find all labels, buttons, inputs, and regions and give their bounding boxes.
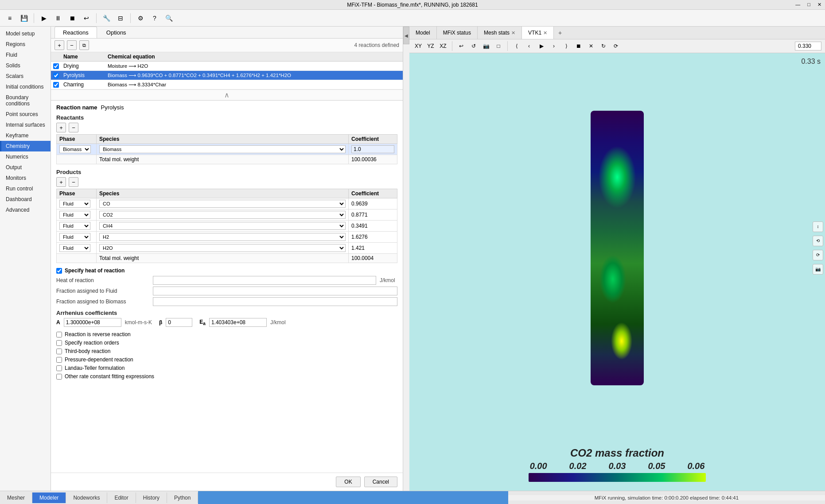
fraction-biomass-input[interactable]: 1.0 (153, 297, 397, 306)
vtk-close-btn[interactable]: ✕ (586, 41, 596, 51)
vtk-time-input[interactable] (795, 42, 821, 50)
tab-python[interactable]: Python (167, 492, 198, 503)
sidebar-item-output[interactable]: Output (0, 162, 51, 173)
product-phase-select-ch4[interactable]: Fluid (59, 222, 90, 230)
gear-button[interactable]: ⚙ (134, 12, 147, 24)
vtk-side-btn-1[interactable]: ↕ (813, 221, 823, 232)
ok-button[interactable]: OK (336, 477, 360, 487)
add-reaction-btn[interactable]: + (54, 40, 64, 50)
sidebar-item-initial-conditions[interactable]: Initial conditions (0, 81, 51, 92)
heat-of-reaction-checkbox[interactable] (56, 268, 62, 274)
remove-product-btn[interactable]: − (69, 177, 78, 187)
tab-nodeworks[interactable]: Nodeworks (66, 492, 107, 503)
minimize-btn[interactable]: — (794, 2, 802, 8)
sidebar-item-advanced[interactable]: Advanced (0, 205, 51, 215)
tab-vtk1[interactable]: VTK1 ✕ (522, 27, 554, 39)
other-rate-checkbox[interactable] (56, 374, 62, 380)
play-button[interactable]: ▶ (38, 12, 50, 24)
table-row[interactable]: Fluid CO2 0.8771 (57, 209, 397, 221)
drying-checkbox[interactable] (53, 63, 59, 69)
tab-editor[interactable]: Editor (107, 492, 136, 503)
pyrolysis-checkbox[interactable] (53, 73, 59, 78)
vtk-play-btn[interactable]: ▶ (536, 41, 547, 51)
vtk-xz-btn[interactable]: XZ (438, 41, 448, 51)
reactant-coeff-input[interactable] (351, 145, 394, 153)
remove-reaction-btn[interactable]: − (67, 40, 77, 50)
tab-modeler[interactable]: Modeler (32, 492, 66, 503)
beta-input[interactable] (166, 318, 192, 327)
search-button[interactable]: 🔍 (163, 12, 175, 24)
sliders-button[interactable]: ⊟ (114, 12, 127, 24)
product-species-select-h2o[interactable]: H2O (99, 244, 346, 252)
A-input[interactable] (64, 318, 121, 327)
vtk-last-btn[interactable]: ⟩ (561, 41, 572, 51)
sidebar-item-solids[interactable]: Solids (0, 60, 51, 71)
rewind-button[interactable]: ↩ (80, 12, 93, 24)
sidebar-item-fluid[interactable]: Fluid (0, 50, 51, 60)
tab-history[interactable]: History (136, 492, 167, 503)
stop-button[interactable]: ⏹ (66, 12, 78, 24)
menu-button[interactable]: ≡ (4, 12, 16, 24)
tab-reactions[interactable]: Reactions (54, 27, 97, 38)
reactant-phase-select[interactable]: Biomass Fluid (59, 145, 91, 153)
reverse-reaction-checkbox[interactable] (56, 332, 62, 337)
thirdbody-checkbox[interactable] (56, 349, 62, 354)
drying-check[interactable] (51, 63, 61, 69)
pressure-dep-checkbox[interactable] (56, 357, 62, 363)
product-phase-select-co[interactable]: Fluid (59, 200, 90, 208)
vtk-next-btn[interactable]: › (549, 41, 559, 51)
vtk-reload-btn[interactable]: ⟳ (611, 41, 621, 51)
vtk-xy-btn[interactable]: XY (413, 41, 424, 51)
sidebar-item-keyframe[interactable]: Keyframe (0, 130, 51, 141)
reactant-species-select[interactable]: Biomass (99, 145, 346, 153)
vtk-refresh-btn[interactable]: ↻ (598, 41, 609, 51)
close-mesh-stats-icon[interactable]: ✕ (511, 30, 515, 36)
pause-button[interactable]: ⏸ (52, 12, 64, 24)
vtk-fullscreen-btn[interactable]: □ (493, 41, 504, 51)
product-species-select-co2[interactable]: CO2 (99, 211, 346, 219)
tab-mesher[interactable]: Mesher (0, 492, 32, 503)
vtk-first-btn[interactable]: ⟨ (511, 41, 522, 51)
sidebar-item-scalars[interactable]: Scalars (0, 71, 51, 81)
sidebar-item-chemistry[interactable]: Chemistry (0, 141, 51, 151)
sidebar-item-point-sources[interactable]: Point sources (0, 109, 51, 120)
vtk-stop-anim-btn[interactable]: ⏹ (573, 41, 584, 51)
tab-model[interactable]: Model (409, 27, 437, 39)
add-product-btn[interactable]: + (56, 177, 66, 187)
vtk-yz-btn[interactable]: YZ (425, 41, 436, 51)
sidebar-item-internal-surfaces[interactable]: Internal surfaces (0, 120, 51, 130)
close-vtk1-icon[interactable]: ✕ (543, 30, 547, 36)
sidebar-item-run-control[interactable]: Run control (0, 183, 51, 194)
help-button[interactable]: ? (148, 12, 161, 24)
reaction-orders-checkbox[interactable] (56, 340, 62, 346)
sidebar-item-boundary-conditions[interactable]: Boundary conditions (0, 92, 51, 109)
reaction-row-pyrolysis[interactable]: Pyrolysis Biomass ⟶ 0.9639*CO + 0.8771*C… (51, 71, 403, 80)
table-row[interactable]: Fluid H2O 1.421 (57, 243, 397, 254)
product-species-select-ch4[interactable]: CH4 (99, 222, 346, 230)
sidebar-item-regions[interactable]: Regions (0, 39, 51, 50)
tab-mfix-status[interactable]: MFiX status (437, 27, 478, 39)
vtk-screenshot-btn[interactable]: 📷 (481, 41, 491, 51)
collapse-panel-btn[interactable]: ◀ (403, 27, 409, 44)
vtk-side-btn-4[interactable]: 📷 (813, 264, 823, 275)
Ea-input[interactable] (209, 318, 267, 327)
tab-mesh-stats[interactable]: Mesh stats ✕ (478, 27, 522, 39)
product-phase-select-h2[interactable]: Fluid (59, 233, 90, 241)
vtk-redo-btn[interactable]: ↺ (468, 41, 479, 51)
vtk-prev-btn[interactable]: ‹ (524, 41, 534, 51)
charring-check[interactable] (51, 82, 61, 88)
landau-checkbox[interactable] (56, 365, 62, 371)
sidebar-item-numerics[interactable]: Numerics (0, 151, 51, 162)
table-row[interactable]: Biomass Fluid Biomass (57, 144, 397, 155)
maximize-btn[interactable]: □ (806, 2, 812, 8)
vtk-side-btn-3[interactable]: ⟳ (813, 250, 823, 260)
product-phase-select-h2o[interactable]: Fluid (59, 244, 90, 252)
fraction-fluid-input[interactable]: 0.0 (153, 287, 397, 295)
table-row[interactable]: Fluid H2 1.6276 (57, 232, 397, 243)
remove-reactant-btn[interactable]: − (69, 123, 78, 132)
pyrolysis-check[interactable] (51, 73, 61, 78)
reaction-row-drying[interactable]: Drying Moisture ⟶ H2O (51, 62, 403, 71)
table-row[interactable]: Fluid CO 0.9639 (57, 198, 397, 209)
add-reactant-btn[interactable]: + (56, 123, 66, 132)
add-vtk-tab-btn[interactable]: + (554, 27, 566, 39)
